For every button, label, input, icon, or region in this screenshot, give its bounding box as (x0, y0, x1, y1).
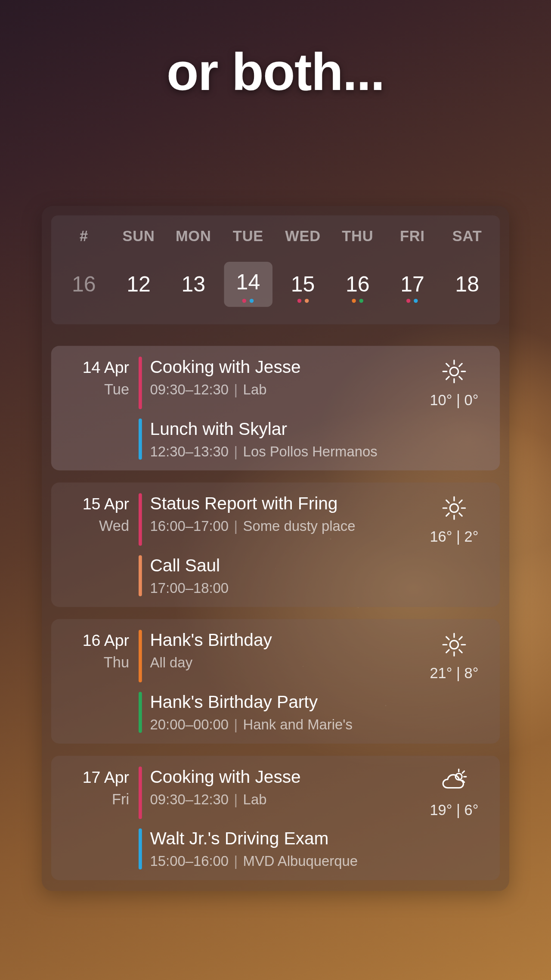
day-cell[interactable]: 17 (385, 263, 440, 306)
event-row[interactable]: Hank's BirthdayAll day21° | 8° (139, 630, 488, 682)
agenda-day-card[interactable]: 14 AprTueCooking with Jesse09:30–12:30|L… (51, 346, 500, 470)
event-color-bar (139, 766, 142, 819)
weather-temp: 21° | 8° (421, 665, 488, 682)
svg-point-9 (450, 504, 458, 512)
week-col-symbol: # (56, 227, 111, 245)
date-column: 14 AprTue (58, 357, 139, 459)
event-row[interactable]: Hank's Birthday Party20:00–00:00|Hank an… (139, 692, 488, 733)
event-row[interactable]: Cooking with Jesse09:30–12:30|Lab19° | 6… (139, 766, 488, 819)
sun-icon (421, 630, 488, 660)
svg-point-0 (450, 367, 458, 375)
sun-icon (421, 357, 488, 386)
day-cell[interactable]: 15 (276, 263, 330, 306)
svg-line-25 (446, 650, 449, 652)
weekday-header: THU (330, 227, 385, 245)
event-title: Lunch with Skylar (150, 419, 488, 439)
event-dot (305, 299, 309, 303)
svg-line-8 (459, 363, 462, 366)
event-dot (352, 299, 356, 303)
event-dot (242, 299, 246, 303)
weather-block: 19° | 6° (421, 766, 488, 819)
agenda-day-card[interactable]: 17 AprFriCooking with Jesse09:30–12:30|L… (51, 756, 500, 880)
svg-line-14 (446, 500, 449, 503)
calendar-widget: # SUN MON TUE WED THU FRI SAT 16 12 13 1… (42, 206, 509, 891)
events-column: Cooking with Jesse09:30–12:30|Lab10° | 0… (139, 357, 488, 459)
event-color-bar (139, 493, 142, 546)
day-cell[interactable]: 12 (111, 263, 166, 306)
event-dot (359, 299, 363, 303)
event-meta: 17:00–18:00 (150, 580, 488, 596)
weekday-header: WED (276, 227, 330, 245)
dow-label: Tue (58, 381, 129, 399)
event-meta: 15:00–16:00|MVD Albuquerque (150, 853, 488, 870)
event-title: Cooking with Jesse (150, 357, 413, 377)
svg-line-26 (459, 637, 462, 639)
week-number: 16 (56, 263, 111, 306)
agenda-day-card[interactable]: 15 AprWedStatus Report with Fring16:00–1… (51, 483, 500, 607)
svg-line-16 (446, 513, 449, 516)
svg-line-24 (459, 650, 462, 652)
agenda-day-card[interactable]: 16 AprThuHank's BirthdayAll day21° | 8°H… (51, 619, 500, 744)
svg-line-6 (459, 377, 462, 379)
dow-label: Fri (58, 791, 129, 808)
cloud-sun-icon (421, 766, 488, 796)
date-column: 16 AprThu (58, 630, 139, 733)
event-color-bar (139, 357, 142, 409)
event-title: Hank's Birthday (150, 630, 413, 651)
svg-line-23 (446, 637, 449, 639)
agenda-list: 14 AprTueCooking with Jesse09:30–12:30|L… (51, 346, 500, 880)
date-label: 17 Apr (58, 768, 129, 787)
svg-line-15 (459, 513, 462, 516)
date-label: 16 Apr (58, 631, 129, 650)
svg-line-30 (462, 771, 464, 773)
event-row[interactable]: Status Report with Fring16:00–17:00|Some… (139, 493, 488, 546)
svg-line-17 (459, 500, 462, 503)
svg-point-18 (450, 641, 458, 649)
day-cell[interactable]: 16 (330, 263, 385, 306)
event-row[interactable]: Walt Jr.'s Driving Exam15:00–16:00|MVD A… (139, 828, 488, 869)
event-meta: 16:00–17:00|Some dusty place (150, 518, 413, 534)
event-meta: 09:30–12:30|Lab (150, 791, 413, 808)
weekday-header: SUN (111, 227, 166, 245)
event-title: Hank's Birthday Party (150, 692, 488, 713)
weather-temp: 16° | 2° (421, 528, 488, 546)
event-row[interactable]: Call Saul17:00–18:00 (139, 555, 488, 596)
event-color-bar (139, 828, 142, 869)
event-title: Status Report with Fring (150, 493, 413, 514)
event-row[interactable]: Cooking with Jesse09:30–12:30|Lab10° | 0… (139, 357, 488, 409)
weekday-header: FRI (385, 227, 440, 245)
weather-block: 21° | 8° (421, 630, 488, 682)
sun-icon (421, 493, 488, 523)
event-meta: 12:30–13:30|Los Pollos Hermanos (150, 443, 488, 460)
weather-temp: 19° | 6° (421, 801, 488, 819)
day-cell[interactable]: 14 (221, 263, 276, 306)
event-color-bar (139, 692, 142, 733)
date-label: 14 Apr (58, 358, 129, 377)
date-column: 15 AprWed (58, 493, 139, 596)
event-dot (250, 299, 254, 303)
events-column: Cooking with Jesse09:30–12:30|Lab19° | 6… (139, 766, 488, 869)
event-color-bar (139, 630, 142, 682)
dow-label: Thu (58, 654, 129, 672)
headline: or both... (0, 42, 551, 103)
weekday-header: TUE (221, 227, 276, 245)
event-meta: 09:30–12:30|Lab (150, 381, 413, 398)
week-strip: # SUN MON TUE WED THU FRI SAT 16 12 13 1… (51, 215, 500, 324)
event-row[interactable]: Lunch with Skylar12:30–13:30|Los Pollos … (139, 419, 488, 459)
weather-block: 10° | 0° (421, 357, 488, 409)
day-cell[interactable]: 18 (440, 263, 495, 306)
weather-temp: 10° | 0° (421, 392, 488, 409)
dow-label: Wed (58, 518, 129, 535)
weekday-header: MON (166, 227, 221, 245)
svg-line-7 (446, 377, 449, 379)
event-meta: 20:00–00:00|Hank and Marie's (150, 716, 488, 733)
day-cell[interactable]: 13 (166, 263, 221, 306)
event-color-bar (139, 555, 142, 596)
weekday-header: SAT (440, 227, 495, 245)
events-column: Status Report with Fring16:00–17:00|Some… (139, 493, 488, 596)
date-label: 15 Apr (58, 495, 129, 514)
event-title: Walt Jr.'s Driving Exam (150, 828, 488, 849)
event-dot (414, 299, 418, 303)
weather-block: 16° | 2° (421, 493, 488, 546)
event-color-bar (139, 419, 142, 459)
